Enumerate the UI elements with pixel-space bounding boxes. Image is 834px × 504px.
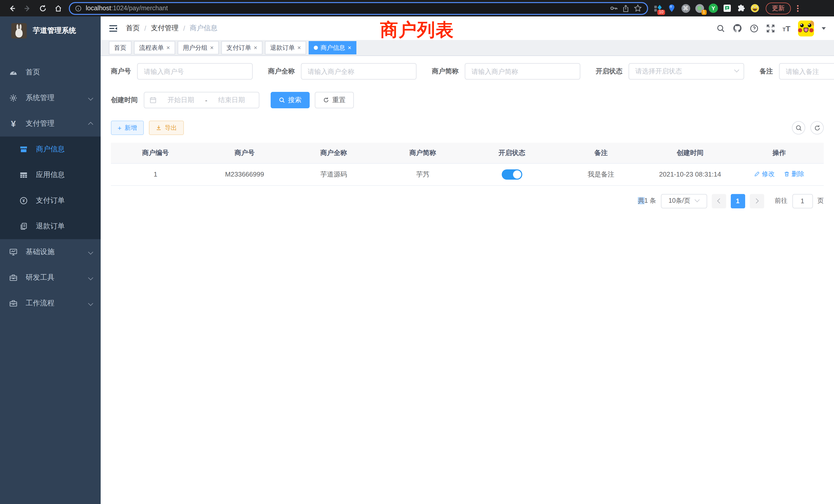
sidebar-item-pay-order[interactable]: ¥ 支付订单 [0,188,101,213]
url-text: localhost:1024/pay/merchant [86,5,168,12]
merchant-table: 商户编号 商户号 商户全称 商户简称 开启状态 备注 创建时间 操作 1 [111,143,824,186]
tab-merchant-info[interactable]: 商户信息× [309,41,356,54]
sidebar-item-refund-order[interactable]: 退款订单 [0,213,101,239]
sidebar-item-label: 系统管理 [26,93,54,102]
extension-record-icon[interactable]: 1 [695,4,704,13]
form-item-status: 开启状态 请选择开启状态 [596,63,744,79]
url-bar[interactable]: localhost:1024/pay/merchant [69,2,648,15]
download-icon [155,125,161,131]
avatar-caret-icon[interactable] [822,27,826,29]
table-row[interactable]: 1 M233666999 芋道源码 芋艿 我是备注 2021-10-23 08:… [111,163,824,185]
close-icon[interactable]: × [254,45,257,51]
prev-page-button[interactable] [711,194,726,208]
tab-pay-order[interactable]: 支付订单× [221,41,262,54]
page-size-select[interactable]: 10条/页 [661,194,707,208]
merchant-no-input[interactable] [137,63,253,79]
back-icon[interactable] [5,2,19,15]
extension-chat-icon[interactable] [723,4,732,13]
close-icon[interactable]: × [167,45,170,51]
chevron-down-icon [734,67,739,72]
github-icon[interactable] [732,24,742,33]
tab-process-form[interactable]: 流程表单× [134,41,175,54]
sidebar-item-system[interactable]: 系统管理 [0,85,101,111]
home-icon[interactable] [51,2,65,15]
extension-command-icon[interactable]: ⌘ [681,4,690,13]
search-form-row-2: 创建时间 开始日期 - 结束日期 搜索 [111,92,824,108]
breadcrumb-home[interactable]: 首页 [126,24,140,33]
delete-link[interactable]: 删除 [784,170,804,179]
chevron-down-icon [89,299,92,307]
close-icon[interactable]: × [210,45,214,51]
reload-icon[interactable] [36,2,49,15]
export-button[interactable]: 导出 [149,121,183,135]
sidebar-item-home[interactable]: 首页 [0,60,101,85]
page-number-1[interactable]: 1 [730,194,745,208]
sidebar-fold-icon[interactable] [109,24,117,32]
sidebar-item-pay[interactable]: ¥ 支付管理 [0,111,101,137]
share-icon[interactable] [622,4,630,12]
search-button[interactable]: 搜索 [271,92,310,108]
chevron-left-icon [717,198,722,204]
password-key-icon[interactable] [610,4,618,12]
yen-icon: ¥ [9,119,18,128]
edit-link[interactable]: 修改 [754,170,775,179]
tab-user-group[interactable]: 用户分组× [178,41,219,54]
search-icon[interactable] [716,24,725,32]
sidebar-logo[interactable]: 芋道管理系统 [0,17,101,45]
extension-diamond-icon[interactable]: 10 [653,4,662,13]
status-toggle[interactable] [502,169,522,179]
tab-refund-order[interactable]: 退款订单× [265,41,306,54]
field-label: 创建时间 [111,95,138,105]
breadcrumb-pay[interactable]: 支付管理 [151,24,179,33]
close-icon[interactable]: × [297,45,301,51]
extension-pin-icon[interactable] [667,4,676,13]
end-date-placeholder: 结束日期 [209,95,254,105]
add-button[interactable]: + 新增 [111,121,144,135]
add-button-label: 新增 [125,123,137,132]
date-range-picker[interactable]: 开始日期 - 结束日期 [144,92,259,108]
font-size-icon[interactable]: TT [783,24,790,32]
short-name-input[interactable] [465,63,580,79]
remark-input[interactable] [779,63,834,79]
cell-id: 1 [111,163,200,185]
delete-link-label: 删除 [791,170,804,179]
table-toolbar: + 新增 导出 [111,121,824,135]
sidebar-item-app-info[interactable]: 应用信息 [0,162,101,188]
store-icon [20,145,28,154]
tab-label: 支付订单 [226,43,251,52]
breadcrumb-separator: / [183,24,185,32]
site-info-icon[interactable] [75,5,82,12]
tab-label: 用户分组 [183,43,207,52]
sidebar-item-infra[interactable]: 基础设施 [0,239,101,265]
chevron-right-icon [753,198,759,204]
goto-label: 前往 [775,197,788,205]
status-select[interactable]: 请选择开启状态 [629,63,744,79]
fullscreen-icon[interactable] [766,24,775,32]
col-header: 创建时间 [645,143,734,163]
extensions-puzzle-icon[interactable] [737,4,746,13]
refresh-button[interactable] [810,121,824,135]
close-icon[interactable]: × [348,45,351,51]
extension-badge-orange: 1 [701,10,707,15]
browser-menu-icon[interactable] [794,5,801,12]
help-icon[interactable] [749,24,758,32]
browser-nav [5,2,65,15]
avatar[interactable] [798,20,814,36]
extension-y-icon[interactable]: Y [709,4,718,13]
dashboard-icon [9,68,18,76]
update-button[interactable]: 更新 [766,2,791,14]
reset-button[interactable]: 重置 [315,92,354,108]
tab-home[interactable]: 首页 [109,41,131,54]
table-header: 商户编号 商户号 商户全称 商户简称 开启状态 备注 创建时间 操作 [111,143,824,163]
full-name-input[interactable] [301,63,416,79]
sidebar-item-merchant-info[interactable]: 商户信息 [0,137,101,162]
show-search-button[interactable] [792,121,805,135]
next-page-button[interactable] [749,194,764,208]
sidebar-item-devtools[interactable]: 研发工具 [0,265,101,291]
forward-icon[interactable] [21,2,34,15]
extension-emoji-icon[interactable] [750,4,760,13]
edit-icon [754,171,760,177]
goto-page-input[interactable] [792,194,813,208]
sidebar-item-workflow[interactable]: 工作流程 [0,291,101,316]
bookmark-star-icon[interactable] [634,4,642,12]
